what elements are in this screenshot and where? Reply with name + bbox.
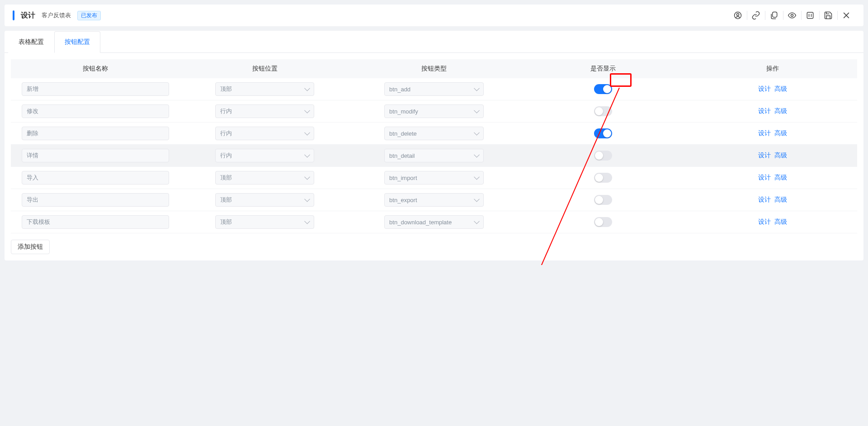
table-row: 行内btn_modify设计高级	[11, 100, 857, 123]
action-design-link[interactable]: 设计	[758, 107, 771, 114]
action-advanced-link[interactable]: 高级	[774, 85, 787, 92]
button-type-select[interactable]: btn_export	[384, 193, 484, 207]
svg-point-0	[735, 12, 741, 19]
button-name-input[interactable]	[22, 82, 169, 96]
save-icon[interactable]	[819, 9, 837, 22]
table-row: 顶部btn_import设计高级	[11, 167, 857, 189]
col-button-type: 按钮类型	[349, 59, 519, 78]
action-design-link[interactable]: 设计	[758, 151, 771, 159]
visibility-toggle[interactable]	[594, 151, 612, 161]
visibility-toggle[interactable]	[594, 106, 612, 116]
button-position-select[interactable]: 行内	[215, 149, 315, 162]
svg-point-3	[791, 14, 793, 17]
action-advanced-link[interactable]: 高级	[774, 174, 787, 181]
main-panel: 表格配置 按钮配置 按钮名称 按钮位置 按钮类型 是否显示 操作 顶部btn_a…	[5, 31, 863, 260]
close-icon[interactable]	[837, 9, 855, 22]
table-row: 顶部btn_export设计高级	[11, 189, 857, 211]
svg-point-1	[737, 14, 739, 16]
action-advanced-link[interactable]: 高级	[774, 218, 787, 225]
button-name-input[interactable]	[22, 127, 169, 140]
button-position-select[interactable]: 行内	[215, 104, 315, 118]
action-design-link[interactable]: 设计	[758, 174, 771, 181]
action-advanced-link[interactable]: 高级	[774, 196, 787, 203]
tab-table-config[interactable]: 表格配置	[8, 31, 54, 53]
button-position-select[interactable]: 行内	[215, 127, 315, 140]
svg-rect-4	[807, 12, 813, 18]
tab-bar: 表格配置 按钮配置	[5, 31, 863, 53]
button-type-select[interactable]: btn_delete	[384, 127, 484, 140]
button-position-select[interactable]: 顶部	[215, 171, 315, 185]
action-advanced-link[interactable]: 高级	[774, 129, 787, 137]
visibility-toggle[interactable]	[594, 173, 612, 183]
button-type-select[interactable]: btn_download_template	[384, 215, 484, 229]
action-design-link[interactable]: 设计	[758, 85, 771, 92]
button-position-select[interactable]: 顶部	[215, 193, 315, 207]
action-design-link[interactable]: 设计	[758, 129, 771, 137]
button-name-input[interactable]	[22, 215, 169, 229]
table-row: 行内btn_delete设计高级	[11, 123, 857, 145]
col-action: 操作	[688, 59, 857, 78]
col-button-show: 是否显示	[519, 59, 688, 78]
action-design-link[interactable]: 设计	[758, 218, 771, 225]
accent-marker	[13, 10, 14, 20]
button-position-select[interactable]: 顶部	[215, 215, 315, 229]
button-name-input[interactable]	[22, 104, 169, 118]
button-config-table: 按钮名称 按钮位置 按钮类型 是否显示 操作 顶部btn_add设计高级行内bt…	[11, 59, 857, 233]
visibility-toggle[interactable]	[594, 217, 612, 227]
status-badge: 已发布	[77, 11, 101, 20]
action-advanced-link[interactable]: 高级	[774, 151, 787, 159]
table-row: 顶部btn_download_template设计高级	[11, 211, 857, 233]
page-title: 设计	[21, 11, 35, 20]
link-icon[interactable]	[747, 9, 765, 22]
table-row: 行内btn_detail设计高级	[11, 145, 857, 167]
button-name-input[interactable]	[22, 171, 169, 185]
tab-button-config[interactable]: 按钮配置	[54, 31, 100, 53]
visibility-toggle[interactable]	[594, 84, 612, 94]
page-subtitle: 客户反馈表	[42, 11, 71, 19]
clipboard-icon[interactable]	[765, 9, 783, 22]
button-type-select[interactable]: btn_modify	[384, 104, 484, 118]
button-type-select[interactable]: btn_import	[384, 171, 484, 185]
layout-icon[interactable]	[801, 9, 819, 22]
visibility-toggle[interactable]	[594, 128, 612, 138]
add-button[interactable]: 添加按钮	[11, 240, 50, 254]
user-icon[interactable]	[729, 9, 747, 22]
button-name-input[interactable]	[22, 149, 169, 162]
col-button-name: 按钮名称	[11, 59, 180, 78]
table-row: 顶部btn_add设计高级	[11, 78, 857, 100]
button-position-select[interactable]: 顶部	[215, 82, 315, 96]
svg-rect-2	[773, 12, 777, 18]
visibility-toggle[interactable]	[594, 195, 612, 205]
action-design-link[interactable]: 设计	[758, 196, 771, 203]
button-type-select[interactable]: btn_detail	[384, 149, 484, 162]
eye-icon[interactable]	[783, 9, 801, 22]
action-advanced-link[interactable]: 高级	[774, 107, 787, 114]
header-bar: 设计 客户反馈表 已发布	[5, 5, 863, 26]
col-button-position: 按钮位置	[180, 59, 349, 78]
button-name-input[interactable]	[22, 193, 169, 207]
button-type-select[interactable]: btn_add	[384, 82, 484, 96]
